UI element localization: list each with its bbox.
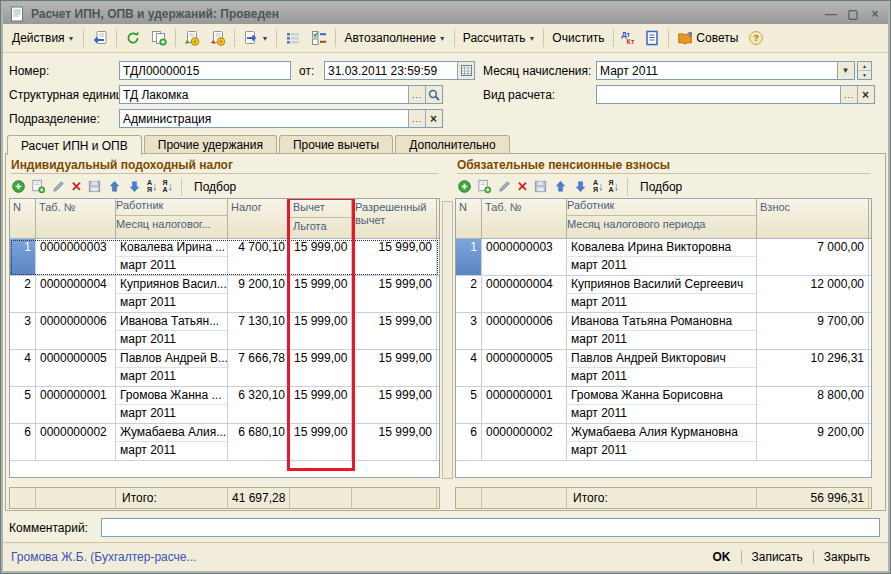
- row-number-cell[interactable]: 4: [10, 350, 36, 386]
- col-header-tax[interactable]: Налог: [228, 199, 290, 238]
- list-settings-button[interactable]: [280, 27, 306, 50]
- opv-table-row[interactable]: 3 0000000006 Иванова Татьяна Романовна м…: [456, 313, 871, 350]
- allowed-deduction-cell[interactable]: 15 999,00: [352, 276, 437, 312]
- row-number-cell[interactable]: 2: [456, 276, 482, 312]
- number-input[interactable]: [120, 62, 290, 79]
- tab-additional[interactable]: Дополнительно: [395, 135, 509, 154]
- allowed-deduction-cell[interactable]: 15 999,00: [352, 313, 437, 349]
- col-header-tab-no[interactable]: Таб. №: [482, 199, 567, 238]
- calc-type-select-button[interactable]: ...: [840, 86, 857, 103]
- contribution-cell[interactable]: 9 200,00: [757, 424, 869, 460]
- tax-cell[interactable]: 7 666,78: [228, 350, 290, 386]
- col-header-worker[interactable]: Работник Месяц налогового периода: [567, 199, 757, 238]
- deduction-cell[interactable]: 15 999,00: [290, 350, 352, 386]
- clear-button[interactable]: Очистить: [547, 27, 609, 50]
- comment-input[interactable]: [102, 519, 879, 536]
- worker-cell[interactable]: Иванова Татьян... март 2011: [116, 313, 228, 349]
- calculate-button[interactable]: Рассчитать▼: [458, 27, 541, 50]
- ipn-pick-button[interactable]: Подбор: [190, 179, 240, 195]
- department-clear-button[interactable]: ×: [425, 110, 442, 127]
- contribution-cell[interactable]: 8 800,00: [757, 387, 869, 423]
- opv-table-row[interactable]: 6 0000000002 Жумабаева Алия Курмановна м…: [456, 424, 871, 461]
- opv-table-row[interactable]: 4 0000000005 Павлов Андрей Викторович ма…: [456, 350, 871, 387]
- row-number-cell[interactable]: 1: [10, 239, 36, 275]
- opv-table-row[interactable]: 1 0000000003 Ковалева Ирина Викторовна м…: [456, 239, 871, 276]
- tab-number-cell[interactable]: 0000000004: [36, 276, 116, 312]
- worker-cell[interactable]: Куприянов Василий Сергеевич март 2011: [567, 276, 757, 312]
- col-header-n[interactable]: N: [456, 199, 482, 238]
- spin-up-icon[interactable]: ▲: [858, 62, 871, 71]
- contribution-cell[interactable]: 9 700,00: [757, 313, 869, 349]
- ipn-table-row[interactable]: 3 0000000006 Иванова Татьян... март 2011…: [10, 313, 439, 350]
- sort-desc-icon[interactable]: ЯА↓: [608, 180, 619, 193]
- contribution-cell[interactable]: 12 000,00: [757, 276, 869, 312]
- add-row-icon[interactable]: [11, 179, 26, 194]
- move-up-icon[interactable]: [107, 179, 122, 194]
- unpost-document-button[interactable]: [205, 27, 231, 50]
- department-input[interactable]: [120, 110, 408, 127]
- allowed-deduction-cell[interactable]: 15 999,00: [352, 239, 437, 275]
- tab-number-cell[interactable]: 0000000006: [482, 313, 567, 349]
- tab-number-cell[interactable]: 0000000003: [36, 239, 116, 275]
- document-journal-button[interactable]: [639, 27, 665, 50]
- contribution-cell[interactable]: 7 000,00: [757, 239, 869, 275]
- row-number-cell[interactable]: 1: [456, 239, 482, 275]
- columns-settings-button[interactable]: [306, 27, 332, 50]
- tax-cell[interactable]: 9 200,10: [228, 276, 290, 312]
- row-number-cell[interactable]: 5: [456, 387, 482, 423]
- col-header-deduction[interactable]: Вычет Льгота: [290, 199, 352, 238]
- ipn-table-row[interactable]: 1 0000000003 Ковалева Ирина ... март 201…: [10, 239, 439, 276]
- sort-desc-icon[interactable]: ЯА↓: [162, 180, 173, 193]
- save-button[interactable]: Записать: [742, 548, 813, 566]
- spin-down-icon[interactable]: ▼: [858, 71, 871, 79]
- worker-cell[interactable]: Жумабаева Алия Курмановна март 2011: [567, 424, 757, 460]
- col-header-worker[interactable]: Работник Месяц налоговог...: [116, 199, 228, 238]
- row-number-cell[interactable]: 6: [456, 424, 482, 460]
- col-header-allowed-deduction[interactable]: Разрешенный вычет: [352, 199, 437, 238]
- tab-number-cell[interactable]: 0000000001: [482, 387, 567, 423]
- calc-type-input[interactable]: [597, 86, 840, 103]
- deduction-cell[interactable]: 15 999,00: [290, 387, 352, 423]
- worker-cell[interactable]: Павлов Андрей Викторович март 2011: [567, 350, 757, 386]
- minimize-icon[interactable]: —: [824, 7, 838, 21]
- row-number-cell[interactable]: 3: [456, 313, 482, 349]
- contribution-cell[interactable]: 10 296,31: [757, 350, 869, 386]
- tax-cell[interactable]: 6 320,10: [228, 387, 290, 423]
- row-number-cell[interactable]: 2: [10, 276, 36, 312]
- worker-cell[interactable]: Ковалева Ирина ... март 2011: [116, 239, 228, 275]
- close-button[interactable]: Закрыть: [814, 548, 880, 566]
- add-row-icon[interactable]: [457, 179, 472, 194]
- ipn-table-row[interactable]: 5 0000000001 Громова Жанна ... март 2011…: [10, 387, 439, 424]
- worker-cell[interactable]: Громова Жанна ... март 2011: [116, 387, 228, 423]
- sort-asc-icon[interactable]: АЯ↓: [147, 180, 158, 193]
- opv-table-row[interactable]: 5 0000000001 Громова Жанна Борисовна мар…: [456, 387, 871, 424]
- opv-table-row[interactable]: 2 0000000004 Куприянов Василий Сергеевич…: [456, 276, 871, 313]
- allowed-deduction-cell[interactable]: 15 999,00: [352, 424, 437, 460]
- ipn-table-row[interactable]: 4 0000000005 Павлов Андрей В... март 201…: [10, 350, 439, 387]
- move-down-icon[interactable]: [127, 179, 142, 194]
- ipn-table-row[interactable]: 2 0000000004 Куприянов Васил... март 201…: [10, 276, 439, 313]
- tax-cell[interactable]: 4 700,10: [228, 239, 290, 275]
- tab-other-deductions[interactable]: Прочие вычеты: [279, 135, 393, 154]
- worker-cell[interactable]: Иванова Татьяна Романовна март 2011: [567, 313, 757, 349]
- copy-document-button[interactable]: [146, 27, 172, 50]
- ipn-table-scrollbar[interactable]: [442, 201, 453, 479]
- copy-row-icon[interactable]: [477, 179, 492, 194]
- tab-number-cell[interactable]: 0000000004: [482, 276, 567, 312]
- tab-ipn-opv[interactable]: Расчет ИПН и ОПВ: [7, 135, 142, 155]
- move-down-icon[interactable]: [573, 179, 588, 194]
- structural-unit-input[interactable]: [120, 86, 408, 103]
- tab-number-cell[interactable]: 0000000005: [36, 350, 116, 386]
- end-edit-icon[interactable]: [533, 179, 548, 194]
- tab-number-cell[interactable]: 0000000003: [482, 239, 567, 275]
- dtkt-button[interactable]: Дт Кт: [617, 27, 640, 50]
- calendar-button[interactable]: [457, 62, 474, 79]
- col-header-n[interactable]: N: [10, 199, 36, 238]
- refresh-button[interactable]: [120, 27, 146, 50]
- department-select-button[interactable]: ...: [408, 110, 425, 127]
- opv-pick-button[interactable]: Подбор: [636, 179, 686, 195]
- go-to-button[interactable]: ▼: [238, 27, 274, 50]
- allowed-deduction-cell[interactable]: 15 999,00: [352, 350, 437, 386]
- deduction-cell[interactable]: 15 999,00: [290, 313, 352, 349]
- responsible-user-link[interactable]: Громова Ж.Б. (Бухгалтер-расче...: [11, 550, 703, 564]
